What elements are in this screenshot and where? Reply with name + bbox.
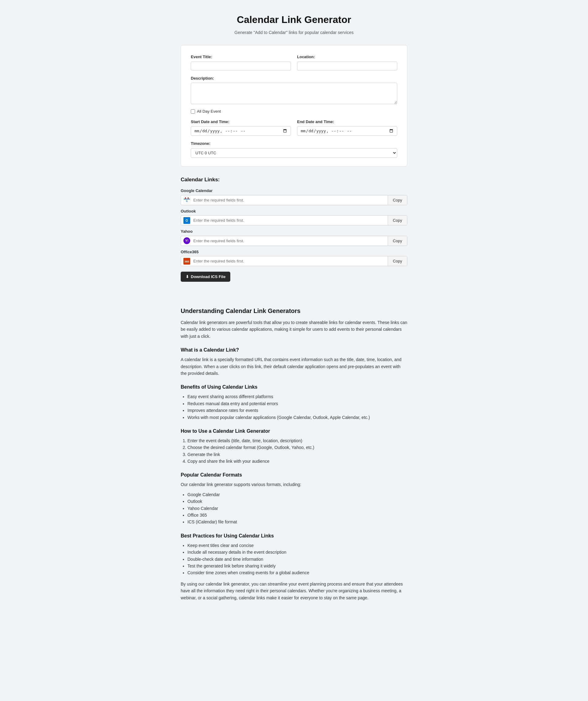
popular-formats-title: Popular Calendar Formats xyxy=(181,471,407,479)
list-item: Generate the link xyxy=(187,451,407,458)
list-item: Office 365 xyxy=(187,512,407,518)
event-form-card: Event Title: Location: Description: All … xyxy=(181,45,407,167)
outlook-input[interactable] xyxy=(191,216,388,225)
office365-row: 365 Copy xyxy=(181,256,407,266)
list-item: Keep event titles clear and concise xyxy=(187,542,407,549)
yahoo-block: Yahoo Y! Copy xyxy=(181,228,407,246)
list-item: ICS (iCalendar) file format xyxy=(187,518,407,525)
svg-text:O: O xyxy=(186,219,188,222)
list-item: Works with most popular calendar applica… xyxy=(187,414,407,421)
office365-input[interactable] xyxy=(191,256,388,266)
google-calendar-input[interactable] xyxy=(191,195,388,205)
list-item: Consider time zones when creating events… xyxy=(187,569,407,576)
page-subtitle: Generate "Add to Calendar" links for pop… xyxy=(181,29,407,36)
outlook-copy-button[interactable]: Copy xyxy=(388,216,407,225)
timezone-group: Timezone: UTC 0 UTC UTC-5 EST UTC-8 PST … xyxy=(191,141,397,158)
svg-text:365: 365 xyxy=(184,260,189,263)
start-datetime-input[interactable] xyxy=(191,126,291,136)
how-to-title: How to Use a Calendar Link Generator xyxy=(181,428,407,435)
timezone-select[interactable]: UTC 0 UTC UTC-5 EST UTC-8 PST UTC+1 CET … xyxy=(191,148,397,158)
google-calendar-block: Google Calendar G Copy xyxy=(181,188,407,205)
list-item: Easy event sharing across different plat… xyxy=(187,393,407,400)
calendar-links-title: Calendar Links: xyxy=(181,176,407,184)
office365-label: Office365 xyxy=(181,249,407,255)
outlook-label: Outlook xyxy=(181,208,407,214)
list-item: Outlook xyxy=(187,498,407,505)
benefits-list: Easy event sharing across different plat… xyxy=(181,393,407,421)
list-item: Double-check date and time information xyxy=(187,556,407,562)
event-title-label: Event Title: xyxy=(191,54,291,60)
popular-formats-intro: Our calendar link generator supports var… xyxy=(181,481,407,488)
timezone-label: Timezone: xyxy=(191,141,397,147)
info-section: Understanding Calendar Link Generators C… xyxy=(175,306,413,601)
all-day-label: All Day Event xyxy=(197,108,221,114)
best-practices-list: Keep event titles clear and concise Incl… xyxy=(181,542,407,576)
popular-formats-list: Google Calendar Outlook Yahoo Calendar O… xyxy=(181,491,407,525)
yahoo-icon: Y! xyxy=(182,236,191,245)
end-datetime-label: End Date and Time: xyxy=(297,119,397,125)
closing-text: By using our calendar link generator, yo… xyxy=(181,580,407,601)
location-input[interactable] xyxy=(297,61,397,70)
description-label: Description: xyxy=(191,75,397,81)
list-item: Enter the event details (title, date, ti… xyxy=(187,437,407,444)
event-title-group: Event Title: xyxy=(191,54,291,70)
page-title: Calendar Link Generator xyxy=(181,12,407,27)
description-input[interactable] xyxy=(191,83,397,104)
google-calendar-label: Google Calendar xyxy=(181,188,407,194)
end-datetime-input[interactable] xyxy=(297,126,397,136)
yahoo-label: Yahoo xyxy=(181,228,407,235)
list-item: Test the generated link before sharing i… xyxy=(187,562,407,569)
how-to-list: Enter the event details (title, date, ti… xyxy=(181,437,407,465)
list-item: Copy and share the link with your audien… xyxy=(187,458,407,465)
google-calendar-icon: G xyxy=(182,195,191,205)
outlook-icon: O xyxy=(182,216,191,225)
google-copy-button[interactable]: Copy xyxy=(388,195,407,205)
download-ics-label: Download ICS File xyxy=(191,274,225,279)
list-item: Google Calendar xyxy=(187,491,407,498)
best-practices-title: Best Practices for Using Calendar Links xyxy=(181,532,407,540)
start-datetime-group: Start Date and Time: xyxy=(191,119,291,136)
svg-rect-3 xyxy=(184,199,190,199)
google-calendar-row: G Copy xyxy=(181,195,407,205)
location-group: Location: xyxy=(297,54,397,70)
what-is-text: A calendar link is a specially formatted… xyxy=(181,356,407,377)
outlook-block: Outlook O Copy xyxy=(181,208,407,226)
yahoo-input[interactable] xyxy=(191,236,388,246)
download-icon: ⬇ xyxy=(186,274,189,279)
info-intro: Calendar link generators are powerful to… xyxy=(181,319,407,339)
list-item: Yahoo Calendar xyxy=(187,505,407,512)
description-group: Description: xyxy=(191,75,397,104)
list-item: Include all necessary details in the eve… xyxy=(187,549,407,555)
office365-icon: 365 xyxy=(182,257,191,266)
download-ics-button[interactable]: ⬇ Download ICS File xyxy=(181,272,230,282)
start-datetime-label: Start Date and Time: xyxy=(191,119,291,125)
office365-block: Office365 365 Copy xyxy=(181,249,407,266)
info-main-title: Understanding Calendar Link Generators xyxy=(181,306,407,315)
event-title-input[interactable] xyxy=(191,61,291,70)
svg-text:G: G xyxy=(186,200,188,202)
calendar-links-section: Calendar Links: Google Calendar G Copy xyxy=(181,176,407,282)
what-is-title: What is a Calendar Link? xyxy=(181,346,407,354)
yahoo-copy-button[interactable]: Copy xyxy=(388,236,407,246)
list-item: Improves attendance rates for events xyxy=(187,407,407,414)
svg-text:Y!: Y! xyxy=(185,239,188,243)
outlook-row: O Copy xyxy=(181,215,407,225)
list-item: Choose the desired calendar format (Goog… xyxy=(187,444,407,451)
benefits-title: Benefits of Using Calendar Links xyxy=(181,384,407,391)
location-label: Location: xyxy=(297,54,397,60)
end-datetime-group: End Date and Time: xyxy=(297,119,397,136)
yahoo-row: Y! Copy xyxy=(181,236,407,246)
office365-copy-button[interactable]: Copy xyxy=(388,256,407,266)
all-day-row: All Day Event xyxy=(191,108,397,114)
list-item: Reduces manual data entry and potential … xyxy=(187,400,407,407)
all-day-checkbox[interactable] xyxy=(191,109,195,113)
